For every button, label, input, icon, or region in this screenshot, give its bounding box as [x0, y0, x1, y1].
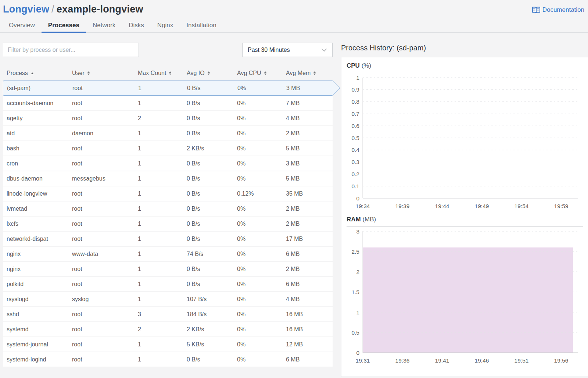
cell-avg-cpu: 0%	[233, 341, 282, 348]
cell-avg-io: 5 KB/s	[183, 341, 233, 348]
cell-process: systemd-journal	[3, 341, 68, 348]
cell-max-count: 1	[134, 130, 183, 137]
table-row[interactable]: nginx root 1 0 B/s 0% 2 MB	[3, 262, 333, 276]
table-row[interactable]: agetty root 2 0 B/s 0% 4 MB	[3, 111, 333, 125]
cell-process: atd	[3, 130, 68, 137]
cell-avg-io: 0 B/s	[183, 175, 233, 182]
ram-chart: 00.511.522.5319:3119:3619:4119:4619:5119…	[347, 228, 583, 366]
table-row[interactable]: (sd-pam) root 1 0 B/s 0% 3 MB	[3, 81, 333, 96]
table-row[interactable]: dbus-daemon messagebus 1 0 B/s 0% 5 MB	[3, 171, 333, 186]
breadcrumb-instance: example-longview	[57, 4, 143, 15]
column-header-avg-mem[interactable]: Avg Mem	[282, 70, 333, 76]
svg-text:19:39: 19:39	[395, 203, 410, 209]
cell-max-count: 1	[134, 251, 183, 257]
table-row[interactable]: systemd-journal root 1 5 KB/s 0% 12 MB	[3, 337, 333, 352]
cell-avg-io: 0 B/s	[183, 281, 233, 288]
cell-process: lvmetad	[3, 206, 68, 212]
charts-container: CPU (%) 00.10.20.30.40.50.60.70.80.9119:…	[341, 57, 588, 377]
cell-max-count: 1	[134, 236, 183, 242]
cell-avg-io: 74 B/s	[183, 251, 233, 257]
cell-max-count: 1	[134, 341, 183, 348]
cell-user: root	[68, 341, 134, 348]
cell-avg-io: 0 B/s	[183, 130, 233, 137]
cell-avg-io: 0 B/s	[183, 266, 233, 272]
documentation-label: Documentation	[542, 6, 584, 14]
cell-avg-cpu: 0%	[233, 266, 282, 272]
table-row[interactable]: systemd root 2 2 KB/s 0% 16 MB	[3, 322, 333, 336]
cell-avg-mem: 2 MB	[282, 221, 333, 227]
svg-text:0.5: 0.5	[351, 135, 359, 141]
tab-disks[interactable]: Disks	[122, 18, 151, 32]
cell-avg-cpu: 0%	[233, 281, 282, 288]
svg-text:19:41: 19:41	[435, 357, 449, 364]
cell-avg-cpu: 0%	[233, 251, 282, 257]
cell-avg-cpu: 0%	[233, 145, 282, 152]
table-row[interactable]: lvmetad root 1 0 B/s 0% 2 MB	[3, 202, 333, 216]
cell-avg-cpu: 0%	[233, 296, 282, 303]
cell-user: www-data	[68, 251, 134, 257]
cell-avg-mem: 6 MB	[282, 281, 333, 288]
topbar: Longview/example-longview Documentation	[0, 0, 588, 15]
selected-row-arrow	[325, 81, 340, 95]
cell-avg-cpu: 0%	[233, 356, 282, 363]
cpu-chart: 00.10.20.30.40.50.60.70.80.9119:3419:391…	[347, 74, 583, 211]
table-row[interactable]: lxcfs root 1 0 B/s 0% 2 MB	[3, 217, 333, 231]
table-row[interactable]: linode-longview root 1 0 B/s 0.12% 35 MB	[3, 186, 333, 201]
column-header-process[interactable]: Process	[3, 70, 68, 76]
process-filter-input[interactable]	[3, 43, 139, 57]
table-row[interactable]: atd daemon 1 0 B/s 0% 2 MB	[3, 126, 333, 140]
cell-user: root	[68, 160, 134, 167]
cell-avg-io: 184 B/s	[183, 311, 233, 318]
svg-text:0.6: 0.6	[351, 123, 359, 129]
cell-max-count: 1	[134, 296, 183, 303]
tab-installation[interactable]: Installation	[180, 18, 223, 32]
svg-text:0.4: 0.4	[351, 147, 359, 153]
svg-text:0.8: 0.8	[351, 99, 359, 105]
cell-avg-io: 0 B/s	[183, 221, 233, 227]
tab-bar: Overview Processes Network Disks Nginx I…	[0, 18, 588, 33]
cell-process: nginx	[3, 266, 68, 272]
cell-max-count: 1	[134, 190, 183, 197]
tab-network[interactable]: Network	[86, 18, 122, 32]
svg-text:0: 0	[356, 350, 359, 356]
table-row[interactable]: bash root 1 2 KB/s 0% 5 MB	[3, 141, 333, 156]
cell-max-count: 1	[134, 175, 183, 182]
cell-max-count: 2	[134, 115, 183, 122]
cell-avg-mem: 7 MB	[282, 100, 333, 107]
tab-overview[interactable]: Overview	[2, 18, 42, 32]
table-row[interactable]: accounts-daemon root 1 0 B/s 0% 7 MB	[3, 96, 333, 110]
time-range-value: Past 30 Minutes	[248, 47, 290, 53]
breadcrumb-separator: /	[49, 4, 57, 15]
table-row[interactable]: nginx www-data 1 74 B/s 0% 6 MB	[3, 247, 333, 261]
table-row[interactable]: polkitd root 1 0 B/s 0% 6 MB	[3, 277, 333, 291]
time-range-select[interactable]: Past 30 Minutes	[242, 43, 333, 57]
svg-text:0.1: 0.1	[351, 183, 359, 189]
column-header-avg-io[interactable]: Avg IO	[183, 70, 233, 76]
svg-text:0.2: 0.2	[351, 171, 359, 177]
breadcrumb-app-link[interactable]: Longview	[3, 4, 49, 15]
svg-text:1: 1	[356, 75, 359, 81]
table-row[interactable]: cron root 1 0 B/s 0% 3 MB	[3, 156, 333, 171]
sort-icon	[169, 71, 171, 75]
table-row[interactable]: systemd-logind root 1 0 B/s 0% 6 MB	[3, 352, 333, 367]
tab-nginx[interactable]: Nginx	[151, 18, 180, 32]
tab-processes[interactable]: Processes	[42, 18, 86, 32]
cell-max-count: 1	[134, 100, 183, 107]
table-row[interactable]: sshd root 3 184 B/s 0% 16 MB	[3, 307, 333, 321]
column-header-avg-cpu[interactable]: Avg CPU	[233, 70, 282, 76]
cell-max-count: 1	[134, 206, 183, 212]
cell-avg-cpu: 0%	[233, 160, 282, 167]
column-header-max-count[interactable]: Max Count	[134, 70, 183, 76]
cell-user: root	[68, 356, 134, 363]
cell-max-count: 3	[134, 311, 183, 318]
process-history-title: Process History: (sd-pam)	[341, 44, 588, 52]
table-row[interactable]: rsyslogd syslog 1 107 B/s 0% 4 MB	[3, 292, 333, 306]
cell-user: root	[68, 266, 134, 272]
documentation-link[interactable]: Documentation	[531, 6, 584, 14]
cell-avg-io: 0 B/s	[183, 206, 233, 212]
table-row[interactable]: networkd-dispat root 1 0 B/s 0% 17 MB	[3, 232, 333, 246]
svg-text:0: 0	[356, 195, 359, 202]
column-header-user[interactable]: User	[68, 70, 134, 76]
cell-process: linode-longview	[3, 190, 68, 197]
cell-process: sshd	[3, 311, 68, 318]
